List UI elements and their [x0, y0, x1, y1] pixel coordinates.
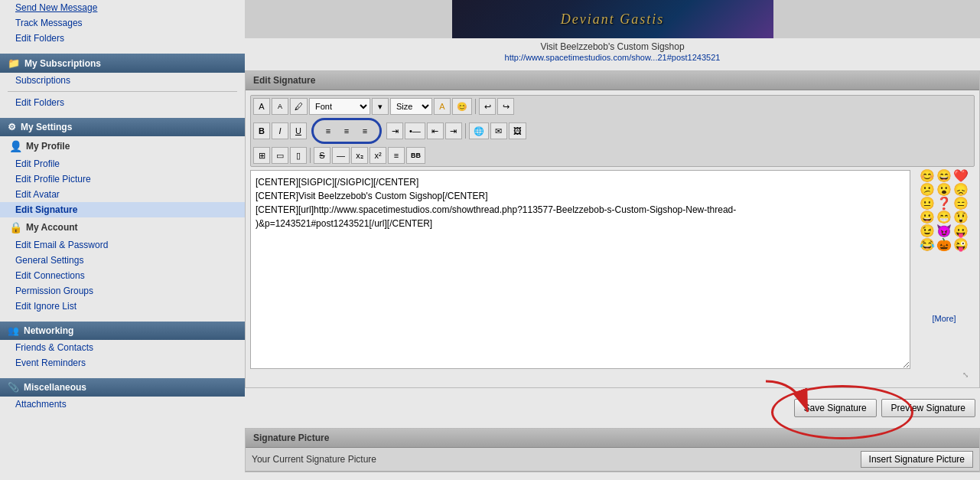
banner-link[interactable]: http://www.spacetimestudios.com/show...2…	[505, 53, 721, 62]
row-btn[interactable]: ▭	[272, 147, 288, 164]
col-btn[interactable]: ▯	[290, 147, 307, 164]
banner-area: Deviant Gastis	[245, 0, 980, 38]
sidebar-item-subscriptions[interactable]: Subscriptions	[0, 73, 245, 88]
align-left-btn[interactable]: ≡	[320, 122, 337, 139]
indent2-btn[interactable]: ⇥	[445, 122, 462, 139]
font-size-select[interactable]: Size	[390, 98, 432, 115]
smiley-13[interactable]: 😉	[920, 225, 935, 237]
banner-image-text: Deviant Gastis	[561, 11, 665, 28]
editor-toolbar: A A 🖊 Font ▾ Size A 😊 ↩	[250, 95, 975, 167]
sidebar-item-attachments[interactable]: Attachments	[0, 397, 245, 412]
indent-btn[interactable]: ⇥	[386, 122, 403, 139]
sidebar-item-edit-email-password[interactable]: Edit Email & Password	[0, 237, 245, 253]
smiley-btn[interactable]: 😊	[452, 98, 472, 115]
sidebar-item-edit-avatar[interactable]: Edit Avatar	[0, 187, 245, 202]
sidebar-item-edit-ignore-list[interactable]: Edit Ignore List	[0, 299, 245, 314]
smiley-12[interactable]: 😲	[953, 211, 969, 224]
hr-btn[interactable]: —	[332, 147, 350, 164]
undo-btn[interactable]: ↩	[479, 98, 496, 115]
email-btn[interactable]: ✉	[490, 122, 507, 139]
sidebar-messages-section: Send New Message Track Messages Edit Fol…	[0, 0, 245, 46]
more-smileys-link[interactable]: [More]	[913, 314, 975, 323]
smiley-18[interactable]: 😜	[953, 239, 969, 251]
bb-code-btn[interactable]: BB	[406, 147, 425, 164]
smiley-1[interactable]: 😊	[920, 170, 935, 182]
button-area-wrapper: Save Signature Preview Signature	[245, 393, 980, 423]
signature-editor[interactable]: [CENTER][SIGPIC][/SIGPIC][/CENTER] [CENT…	[250, 170, 910, 369]
sidebar-item-permission-groups[interactable]: Permission Groups	[0, 283, 245, 299]
main-content: Deviant Gastis Visit Beelzzebob's Custom…	[245, 0, 980, 480]
bold-btn[interactable]: B	[253, 122, 270, 139]
edit-signature-content: A A 🖊 Font ▾ Size A 😊 ↩	[246, 90, 979, 387]
smiley-4[interactable]: 😕	[920, 184, 935, 196]
align-center-btn[interactable]: ≡	[338, 122, 355, 139]
italic-btn[interactable]: I	[272, 122, 288, 139]
smiley-5[interactable]: 😮	[936, 184, 952, 196]
sidebar-item-track-messages[interactable]: Track Messages	[0, 15, 245, 31]
smiley-11[interactable]: 😁	[936, 211, 952, 224]
link-btn[interactable]: 🌐	[469, 122, 489, 139]
smiley-16[interactable]: 😂	[920, 239, 935, 251]
smiley-row-5: 😉 😈 😛	[913, 225, 975, 237]
font-family-select[interactable]: Font	[309, 98, 370, 115]
smiley-10[interactable]: 😀	[920, 211, 935, 224]
signature-picture-title: Signature Picture	[246, 429, 979, 448]
code-btn[interactable]: ≡	[388, 147, 405, 164]
misc-header: 📎 Miscellaneous	[0, 378, 245, 397]
sidebar-item-edit-profile[interactable]: Edit Profile	[0, 156, 245, 171]
font-size-small-btn[interactable]: A	[272, 98, 288, 115]
preview-signature-button[interactable]: Preview Signature	[881, 399, 975, 417]
sidebar-item-send-new-message[interactable]: Send New Message	[0, 0, 245, 15]
smiley-9[interactable]: 😑	[953, 198, 969, 210]
image-btn[interactable]: 🖼	[509, 122, 526, 139]
smiley-row-1: 😊 😄 ❤️	[913, 170, 975, 182]
sidebar-item-edit-connections[interactable]: Edit Connections	[0, 268, 245, 283]
smiley-17[interactable]: 🎃	[936, 239, 952, 251]
misc-icon: 📎	[8, 382, 19, 393]
smiley-14[interactable]: 😈	[936, 225, 952, 237]
sidebar-item-friends-contacts[interactable]: Friends & Contacts	[0, 340, 245, 355]
sidebar-item-general-settings[interactable]: General Settings	[0, 253, 245, 268]
bullet-list-btn[interactable]: •—	[405, 122, 425, 139]
align-right-btn[interactable]: ≡	[357, 122, 373, 139]
save-signature-button[interactable]: Save Signature	[794, 399, 877, 417]
font-color-btn[interactable]: 🖊	[290, 98, 308, 115]
more-link-container: [More]	[913, 314, 975, 323]
settings-header: ⚙ My Settings	[0, 118, 245, 136]
signature-picture-label: Your Current Signature Picture	[252, 454, 376, 465]
sidebar-item-edit-folders-sub[interactable]: Edit Folders	[0, 95, 245, 110]
redo-btn[interactable]: ↪	[497, 98, 514, 115]
strike-btn[interactable]: S	[314, 147, 330, 164]
editor-area: [CENTER][SIGPIC][/SIGPIC][/CENTER] [CENT…	[250, 170, 975, 369]
smiley-6[interactable]: 😞	[953, 184, 969, 196]
font-color-palette-btn[interactable]: A	[434, 98, 451, 115]
sidebar-item-edit-folders-msg[interactable]: Edit Folders	[0, 31, 245, 46]
sidebar-subscriptions-section: 📁 My Subscriptions Subscriptions Edit Fo…	[0, 54, 245, 110]
resize-icon: ⤡	[962, 371, 973, 381]
smiley-3[interactable]: ❤️	[953, 170, 969, 182]
smileys-panel: 😊 😄 ❤️ 😕 😮 😞 😐 ❓ 😑	[913, 170, 975, 369]
toolbar-separator-3	[310, 148, 311, 163]
networking-header: 👥 Networking	[0, 322, 245, 340]
save-button-wrapper: Save Signature	[794, 399, 877, 417]
sidebar-item-event-reminders[interactable]: Event Reminders	[0, 355, 245, 371]
banner-image: Deviant Gastis	[452, 0, 773, 38]
person-icon: 👤	[9, 140, 22, 152]
underline-btn[interactable]: U	[290, 122, 307, 139]
font-dropdown-btn[interactable]: ▾	[372, 98, 389, 115]
button-row: Save Signature Preview Signature	[245, 393, 980, 423]
sup-btn[interactable]: x²	[370, 147, 386, 164]
toolbar-row-1: A A 🖊 Font ▾ Size A 😊 ↩	[253, 98, 972, 115]
smiley-2[interactable]: 😄	[936, 170, 952, 182]
font-size-large-btn[interactable]: A	[253, 98, 270, 115]
sidebar-item-edit-signature[interactable]: Edit Signature	[0, 202, 245, 217]
smiley-8[interactable]: ❓	[936, 198, 952, 210]
table-btn[interactable]: ⊞	[253, 147, 270, 164]
insert-signature-picture-button[interactable]: Insert Signature Picture	[861, 451, 973, 468]
sidebar-item-edit-profile-picture[interactable]: Edit Profile Picture	[0, 171, 245, 187]
smiley-row-6: 😂 🎃 😜	[913, 239, 975, 251]
outdent-btn[interactable]: ⇤	[427, 122, 444, 139]
smiley-7[interactable]: 😐	[920, 198, 935, 210]
sub-btn[interactable]: x₂	[351, 147, 368, 164]
smiley-15[interactable]: 😛	[953, 225, 969, 237]
